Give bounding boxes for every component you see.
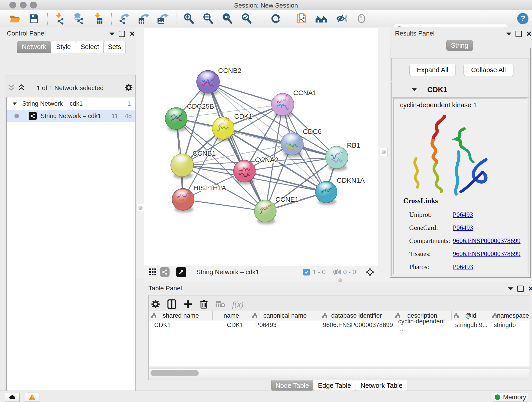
network-row-selected[interactable]: String Network – cdk1 11 48	[7, 110, 135, 122]
network-row-label: String Network – cdk1	[41, 113, 101, 120]
tab-network[interactable]: Network	[17, 41, 51, 53]
network-collection-row[interactable]: String Network – cdk1 1	[7, 97, 135, 110]
zoom-in-button[interactable]	[182, 12, 195, 25]
panel-close-icon[interactable]: ✕	[526, 32, 532, 36]
toolbar-separator	[289, 13, 289, 25]
panel-float-icon[interactable]	[517, 286, 524, 292]
tab-string[interactable]: String	[446, 40, 473, 51]
export-network-button[interactable]	[118, 12, 131, 25]
left-splitter[interactable]	[136, 27, 145, 278]
export-table-button[interactable]	[137, 12, 150, 25]
network-view-canvas[interactable]: CCNB2CCNA1CDC25BCDK1CDC6RB1CCNB1CCNA2CDK…	[144, 28, 378, 266]
crosslink-row: Pharos: P06493	[409, 260, 524, 274]
selected-checkbox-icon[interactable]	[303, 269, 310, 275]
tab-edge-table[interactable]: Edge Table	[313, 380, 356, 391]
panel-float-icon[interactable]	[515, 31, 522, 37]
panel-menu-icon[interactable]	[109, 32, 114, 36]
column-header-description[interactable]: description	[393, 311, 452, 320]
add-column-icon[interactable]	[184, 300, 193, 309]
function-builder-button[interactable]: f(x)	[232, 299, 244, 309]
zoom-selected-button[interactable]	[240, 12, 253, 25]
crosslink-tissues-link[interactable]: 9606.ENSP00000378699	[453, 250, 520, 258]
toolbar-separator	[47, 13, 48, 25]
column-header-shared-name[interactable]: shared name	[149, 311, 213, 320]
save-session-button[interactable]	[27, 12, 40, 25]
grid-view-icon[interactable]	[149, 268, 157, 276]
birdseye-view-button[interactable]	[176, 267, 186, 277]
string-network-graph[interactable]: CCNB2CCNA1CDC25BCDK1CDC6RB1CCNB1CCNA2CDK…	[144, 28, 378, 266]
horizontal-splitter-grip[interactable]	[338, 278, 342, 282]
open-session-button[interactable]	[8, 12, 21, 25]
main-toolbar: ?	[0, 10, 532, 27]
column-type-icon	[322, 313, 327, 318]
table-row[interactable]: CDK1 CDK1 P06493 9606.ENSP00000378699 cy…	[149, 320, 530, 330]
collapse-all-button[interactable]: Collapse All	[463, 64, 513, 76]
panel-menu-icon[interactable]	[506, 32, 511, 36]
network-collection-label: String Network – cdk1	[22, 100, 83, 107]
export-image-button[interactable]	[156, 12, 169, 25]
toolbar-separator	[176, 13, 177, 25]
warnings-button[interactable]	[25, 393, 39, 402]
hidden-count-group: 0 - 0	[332, 268, 356, 276]
node-label-ccna2: CCNA2	[255, 156, 278, 163]
memory-status-dot	[495, 395, 500, 400]
table-header-row: shared name name canonical name database…	[149, 311, 530, 320]
help-button[interactable]: ?	[516, 12, 529, 25]
cloud-status-button[interactable]	[5, 393, 20, 402]
panel-menu-icon[interactable]	[508, 287, 513, 290]
eye-gray-icon	[356, 13, 367, 24]
left-splitter-grip[interactable]	[137, 204, 144, 212]
tab-select[interactable]: Select	[76, 41, 104, 53]
tree-expander-icon[interactable]	[13, 102, 17, 105]
table-options-gear-icon[interactable]	[151, 300, 160, 309]
network-options-gear-icon[interactable]	[125, 83, 133, 92]
crosslink-pharos-link[interactable]: P06493	[453, 263, 473, 271]
refresh-view-button[interactable]	[269, 12, 282, 25]
show-all-button[interactable]	[355, 12, 368, 25]
column-type-icon	[453, 313, 459, 318]
hide-selected-button[interactable]	[335, 12, 348, 25]
column-header-database-identifier[interactable]: database identifier	[320, 311, 393, 320]
network-node-count: 11	[112, 113, 118, 120]
right-splitter-grip[interactable]	[380, 148, 388, 156]
table-panel-controls: ✕	[508, 286, 532, 292]
network-share-view-button[interactable]	[160, 267, 170, 277]
crosslink-compartments-link[interactable]: 9606.ENSP00000378699	[453, 237, 520, 245]
tab-style[interactable]: Style	[51, 41, 76, 53]
panel-float-icon[interactable]	[119, 31, 125, 37]
column-header-id[interactable]: @id	[452, 311, 490, 320]
entry-expander-icon[interactable]	[412, 88, 417, 91]
column-header-name[interactable]: name	[213, 311, 250, 320]
delete-table-icon[interactable]	[215, 300, 225, 308]
import-network-button[interactable]	[53, 12, 66, 25]
horizontal-splitter[interactable]	[144, 278, 532, 282]
table-horizontal-scrollbar[interactable]	[149, 368, 530, 378]
import-table-button[interactable]	[92, 12, 104, 25]
clone-network-button[interactable]	[295, 12, 308, 25]
crosslink-uniprot-link[interactable]: P06493	[453, 211, 473, 218]
right-splitter[interactable]	[378, 27, 390, 278]
crosslink-genecard-link[interactable]: P06493	[453, 224, 473, 231]
import-network-from-database-button[interactable]	[72, 12, 85, 25]
show-columns-icon[interactable]	[167, 299, 177, 309]
zoom-fit-button[interactable]	[221, 12, 234, 25]
scrollbar-thumb[interactable]	[151, 370, 199, 376]
panel-close-icon[interactable]: ✕	[129, 32, 135, 36]
fit-content-crosshair-icon[interactable]	[365, 267, 375, 277]
node-label-ccne1: CCNE1	[275, 196, 299, 203]
column-header-namespace[interactable]: namespace	[490, 311, 530, 320]
node-label-hist1h1a: HIST1H1A	[193, 184, 226, 191]
expand-all-button[interactable]: Expand All	[409, 64, 456, 76]
tab-network-table[interactable]: Network Table	[356, 380, 407, 391]
tab-sets[interactable]: Sets	[104, 41, 126, 53]
home-view-button[interactable]	[315, 12, 328, 25]
memory-label: Memory	[503, 394, 526, 401]
panel-close-icon[interactable]: ✕	[528, 286, 532, 291]
column-header-canonical-name[interactable]: canonical name	[250, 311, 320, 320]
cdk1-entry-header[interactable]: CDK1	[392, 82, 529, 98]
delete-column-icon[interactable]	[200, 299, 208, 309]
network-selection-status: 1 of 1 Network selected	[6, 84, 134, 92]
zoom-out-button[interactable]	[202, 12, 215, 25]
tab-node-table[interactable]: Node Table	[271, 380, 313, 391]
memory-button[interactable]: Memory	[493, 393, 528, 402]
